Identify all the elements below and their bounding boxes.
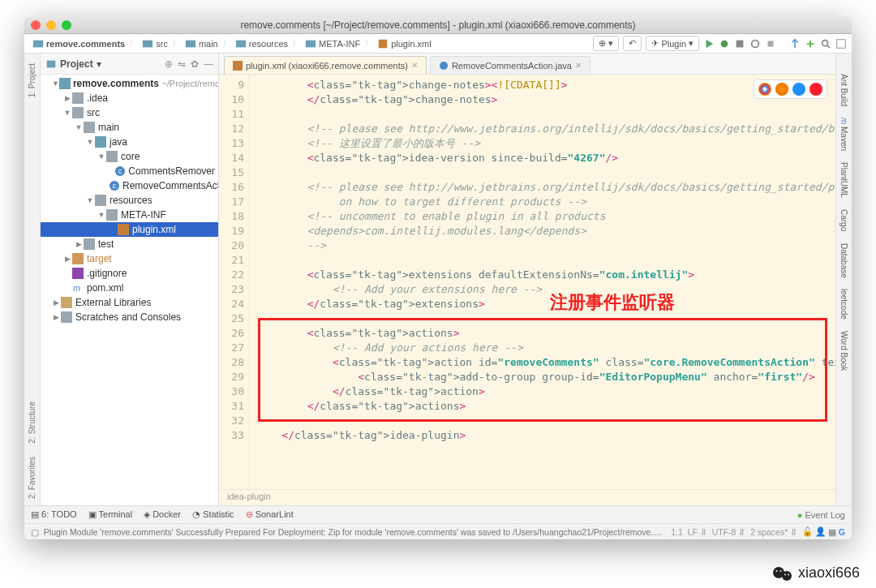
stop-icon[interactable] (765, 38, 776, 49)
svg-rect-15 (72, 107, 84, 118)
tree-metainf[interactable]: ▼META-INF (41, 208, 218, 222)
svg-point-33 (440, 62, 448, 70)
coverage-icon[interactable] (734, 38, 745, 49)
run-icon[interactable] (703, 38, 715, 49)
breadcrumb[interactable]: src (139, 38, 171, 49)
editor-breadcrumb[interactable]: idea-plugin (219, 489, 835, 505)
lock-icon[interactable]: 🔓 (802, 526, 813, 537)
debug-icon[interactable] (719, 38, 730, 49)
close-window-icon[interactable] (31, 20, 41, 30)
svg-rect-25 (118, 224, 129, 235)
project-tree[interactable]: ▼remove.comments ~/Project/remove.co ▶.i… (41, 75, 218, 505)
vcs-update-icon[interactable] (789, 38, 801, 49)
docker-tool-button[interactable]: ◈ Docker (144, 509, 181, 520)
maven-tool-button[interactable]: mMaven (840, 118, 848, 151)
indent[interactable]: 2 spaces* ⥯ (750, 527, 797, 537)
svg-rect-28 (72, 268, 84, 279)
code-editor[interactable]: 9101112131415161718192021222324252627282… (219, 75, 835, 489)
tree-external-libs[interactable]: ▶External Libraries (41, 295, 218, 310)
plantuml-tool-button[interactable]: PlantUML (840, 162, 848, 198)
code-lines[interactable]: <class="tk-tag">change-notes><![CDATA[]]… (250, 75, 835, 489)
favorites-tool-button[interactable]: 2: Favorites (28, 457, 36, 499)
safari-icon[interactable] (792, 83, 805, 96)
gear-icon[interactable]: ✿ (191, 58, 199, 70)
tree-class[interactable]: cCommentsRemover (41, 164, 218, 178)
terminal-tool-button[interactable]: ▣ Terminal (88, 509, 132, 520)
breadcrumb[interactable]: resources (232, 38, 291, 49)
svg-text:c: c (113, 182, 117, 190)
svg-rect-27 (72, 253, 84, 264)
tree-core[interactable]: ▼core (41, 149, 218, 164)
minimize-window-icon[interactable] (46, 20, 56, 30)
project-tool-button[interactable]: 1: Project (28, 63, 36, 97)
add-config-button[interactable]: ⊕ ▾ (593, 36, 619, 51)
tree-main[interactable]: ▼main (41, 120, 218, 135)
svg-point-36 (775, 570, 777, 572)
line-separator[interactable]: LF ⥯ (688, 527, 707, 537)
run-config-dropdown[interactable]: ✈ Plugin ▾ (646, 36, 699, 51)
bottom-tool-bar: ▤ 6: TODO ▣ Terminal ◈ Docker ◔ Statisti… (24, 505, 852, 523)
hide-icon[interactable]: — (204, 58, 213, 70)
tree-gitignore[interactable]: .gitignore (41, 266, 218, 281)
zoom-window-icon[interactable] (62, 20, 71, 30)
line-gutter: 9101112131415161718192021222324252627282… (219, 75, 250, 489)
mem-icon[interactable]: ▦ (828, 527, 836, 537)
opera-icon[interactable] (809, 83, 822, 96)
chrome-icon[interactable] (758, 83, 771, 96)
ant-tool-button[interactable]: Ant Build (840, 74, 848, 106)
svg-rect-11 (837, 39, 846, 48)
tree-plugin-xml[interactable]: plugin.xml (41, 222, 218, 237)
tree-pom[interactable]: mpom.xml (41, 281, 218, 295)
encoding[interactable]: UTF-8 ⥯ (712, 527, 746, 537)
close-icon[interactable]: ✕ (575, 61, 582, 70)
svg-rect-1 (143, 40, 152, 47)
inspect-icon[interactable]: 👤 (815, 526, 826, 537)
back-button[interactable]: ↶ (623, 36, 642, 51)
tree-idea[interactable]: ▶.idea (41, 91, 218, 105)
settings-icon[interactable] (835, 38, 847, 49)
structure-tool-button[interactable]: 2: Structure (28, 401, 36, 444)
browser-preview-bar[interactable] (754, 79, 827, 99)
svg-rect-26 (84, 238, 95, 250)
tree-test[interactable]: ▶test (41, 237, 218, 251)
tree-resources[interactable]: ▼resources (41, 193, 218, 208)
statistic-tool-button[interactable]: ◔ Statistic (192, 509, 234, 520)
svg-rect-32 (233, 61, 243, 71)
profile-icon[interactable] (749, 38, 761, 49)
firefox-icon[interactable] (775, 83, 788, 96)
toggle-tools-icon[interactable]: ▢ (31, 527, 39, 537)
breadcrumb[interactable]: META-INF (302, 38, 363, 49)
close-icon[interactable]: ✕ (411, 61, 418, 70)
tree-root[interactable]: ▼remove.comments ~/Project/remove.co (41, 76, 218, 91)
navigation-bar: remove.comments〉 src〉 main〉 resources〉 M… (24, 34, 852, 54)
tree-java[interactable]: ▼java (41, 135, 218, 149)
breadcrumb[interactable]: plugin.xml (374, 38, 435, 49)
database-tool-button[interactable]: Database (840, 243, 848, 278)
caret-position[interactable]: 1:1 (671, 527, 683, 537)
tree-target[interactable]: ▶target (41, 251, 218, 266)
search-icon[interactable] (820, 38, 831, 49)
tree-class[interactable]: cRemoveCommentsAction (41, 178, 218, 193)
tab-plugin-xml[interactable]: plugin.xml (xiaoxi666.remove.comments)✕ (224, 56, 427, 74)
sonarlint-tool-button[interactable]: ⊖ SonarLint (246, 509, 294, 520)
breadcrumb[interactable]: main (182, 38, 221, 49)
svg-point-37 (779, 570, 781, 572)
tree-scratches[interactable]: ▶Scratches and Consoles (41, 310, 218, 324)
tree-src[interactable]: ▼src (41, 105, 218, 120)
collapse-all-icon[interactable]: ⇋ (178, 58, 186, 70)
svg-point-35 (782, 571, 792, 581)
wordbook-tool-button[interactable]: Word Book (840, 331, 848, 371)
svg-rect-14 (72, 92, 84, 104)
svg-rect-17 (95, 136, 106, 148)
scroll-from-source-icon[interactable]: ⊕ (165, 58, 173, 70)
leetcode-tool-button[interactable]: leetcode (840, 289, 848, 320)
event-log-button[interactable]: ● Event Log (797, 510, 845, 520)
vcs-commit-icon[interactable] (805, 38, 816, 49)
breadcrumb[interactable]: remove.comments (29, 38, 128, 49)
tab-remove-action[interactable]: RemoveCommentsAction.java✕ (430, 56, 590, 74)
todo-tool-button[interactable]: ▤ 6: TODO (31, 509, 77, 520)
cargo-tool-button[interactable]: Cargo (840, 209, 848, 231)
svg-text:m: m (73, 283, 80, 293)
editor-area: plugin.xml (xiaoxi666.remove.comments)✕ … (219, 54, 835, 505)
g-icon[interactable]: G (839, 527, 845, 537)
